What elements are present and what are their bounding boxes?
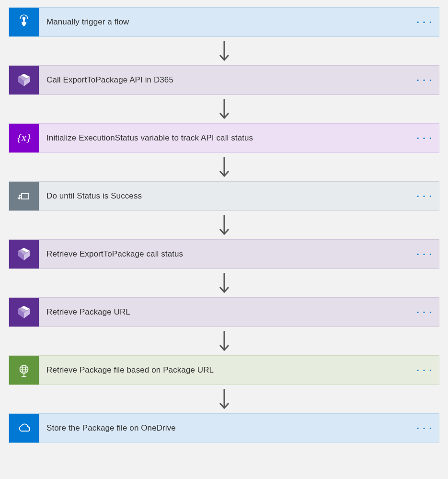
- step-label: Retrieve ExportToPackage call status: [46, 249, 183, 259]
- step-body: Manually trigger a flow · · ·: [39, 8, 439, 36]
- d365-icon: [9, 66, 39, 94]
- step-body: Call ExportToPackage API in D365 · · ·: [39, 66, 439, 94]
- step-label: Retrieve Package URL: [46, 307, 130, 317]
- arrow-down-icon: [9, 211, 439, 239]
- arrow-down-icon: [9, 385, 439, 413]
- flow-step-export-api[interactable]: Call ExportToPackage API in D365 · · ·: [9, 65, 439, 95]
- http-icon: [9, 356, 39, 385]
- touch-icon: [9, 8, 39, 36]
- flow-step-do-until[interactable]: Do until Status is Success · · ·: [9, 181, 439, 211]
- more-button[interactable]: · · ·: [416, 307, 432, 317]
- step-body: Retrieve ExportToPackage call status · ·…: [39, 240, 439, 269]
- more-button[interactable]: · · ·: [416, 133, 432, 143]
- more-button[interactable]: · · ·: [416, 191, 432, 201]
- variable-icon: [9, 124, 39, 152]
- step-body: Do until Status is Success · · ·: [39, 182, 439, 210]
- arrow-down-icon: [9, 37, 439, 65]
- onedrive-icon: [9, 414, 39, 443]
- arrow-down-icon: [9, 269, 439, 297]
- arrow-down-icon: [9, 153, 439, 181]
- d365-icon: [9, 298, 39, 327]
- step-body: Initialize ExecutionStatus variable to t…: [39, 124, 439, 152]
- flow-step-retrieve-status[interactable]: Retrieve ExportToPackage call status · ·…: [9, 239, 439, 269]
- more-button[interactable]: · · ·: [416, 75, 432, 85]
- arrow-down-icon: [9, 95, 439, 123]
- flow-step-retrieve-file[interactable]: Retrieve Package file based on Package U…: [9, 355, 439, 385]
- flow-step-store-onedrive[interactable]: Store the Package file on OneDrive · · ·: [9, 413, 439, 443]
- d365-icon: [9, 240, 39, 269]
- step-body: Retrieve Package URL · · ·: [39, 298, 439, 327]
- flow-step-init-var[interactable]: Initialize ExecutionStatus variable to t…: [9, 123, 439, 153]
- step-label: Do until Status is Success: [46, 191, 142, 201]
- more-button[interactable]: · · ·: [416, 249, 432, 259]
- flow-step-trigger[interactable]: Manually trigger a flow · · ·: [9, 7, 439, 37]
- flow-step-retrieve-url[interactable]: Retrieve Package URL · · ·: [9, 297, 439, 327]
- step-label: Store the Package file on OneDrive: [46, 423, 176, 433]
- step-label: Call ExportToPackage API in D365: [46, 75, 173, 85]
- step-body: Retrieve Package file based on Package U…: [39, 356, 439, 385]
- more-button[interactable]: · · ·: [416, 365, 432, 375]
- loop-icon: [9, 182, 39, 210]
- step-body: Store the Package file on OneDrive · · ·: [39, 414, 439, 443]
- step-label: Retrieve Package file based on Package U…: [46, 365, 214, 375]
- more-button[interactable]: · · ·: [416, 17, 432, 27]
- more-button[interactable]: · · ·: [416, 423, 432, 433]
- arrow-down-icon: [9, 327, 439, 355]
- step-label: Initialize ExecutionStatus variable to t…: [46, 133, 253, 143]
- step-label: Manually trigger a flow: [46, 17, 129, 27]
